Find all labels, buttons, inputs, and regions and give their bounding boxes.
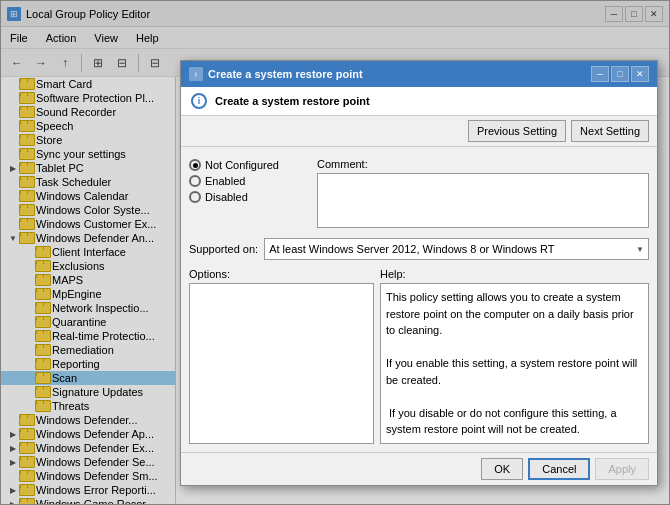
comment-label: Comment:	[317, 155, 649, 170]
help-label: Help:	[380, 268, 649, 280]
apply-button[interactable]: Apply	[595, 458, 649, 480]
dialog: i Create a system restore point ─ □ ✕ i …	[180, 60, 658, 486]
radio-disabled-input[interactable]	[189, 191, 201, 203]
dialog-title-text: Create a system restore point	[208, 68, 363, 80]
dialog-window-controls: ─ □ ✕	[591, 66, 649, 82]
help-column: Help: This policy setting allows you to …	[380, 268, 649, 444]
next-setting-button[interactable]: Next Setting	[571, 120, 649, 142]
help-text-area: This policy setting allows you to create…	[380, 283, 649, 444]
radio-comment-row: Not Configured Enabled Disabled Comment:	[189, 155, 649, 230]
options-help-row: Options: Help: This policy setting allow…	[189, 268, 649, 444]
comment-container	[317, 173, 649, 230]
comment-textarea[interactable]	[317, 173, 649, 228]
dialog-maximize[interactable]: □	[611, 66, 629, 82]
dialog-icon: i	[189, 67, 203, 81]
radio-enabled-label: Enabled	[205, 175, 245, 187]
dialog-header-icon: i	[191, 93, 207, 109]
help-text: This policy setting allows you to create…	[386, 291, 640, 435]
options-column: Options:	[189, 268, 374, 444]
radio-disabled[interactable]: Disabled	[189, 191, 309, 203]
dialog-close[interactable]: ✕	[631, 66, 649, 82]
radio-not-configured-input[interactable]	[189, 159, 201, 171]
radio-not-configured-label: Not Configured	[205, 159, 279, 171]
radio-enabled-input[interactable]	[189, 175, 201, 187]
radio-not-configured[interactable]: Not Configured	[189, 159, 309, 171]
modal-overlay: i Create a system restore point ─ □ ✕ i …	[0, 0, 670, 505]
dialog-nav: Previous Setting Next Setting	[181, 116, 657, 147]
supported-dropdown[interactable]: At least Windows Server 2012, Windows 8 …	[264, 238, 649, 260]
dropdown-arrow-icon: ▼	[636, 245, 644, 254]
supported-label: Supported on:	[189, 243, 258, 255]
supported-section: Supported on: At least Windows Server 20…	[189, 238, 649, 260]
radio-group: Not Configured Enabled Disabled	[189, 155, 309, 207]
dialog-header-title: Create a system restore point	[215, 95, 370, 107]
dialog-body: Not Configured Enabled Disabled Comment:	[181, 147, 657, 452]
dialog-header: i Create a system restore point	[181, 87, 657, 116]
dialog-footer: OK Cancel Apply	[181, 452, 657, 485]
comment-section: Comment:	[317, 155, 649, 230]
ok-button[interactable]: OK	[481, 458, 523, 480]
dialog-minimize[interactable]: ─	[591, 66, 609, 82]
dialog-title-left: i Create a system restore point	[189, 67, 363, 81]
supported-value: At least Windows Server 2012, Windows 8 …	[269, 243, 554, 255]
options-area	[189, 283, 374, 444]
cancel-button[interactable]: Cancel	[528, 458, 590, 480]
prev-setting-button[interactable]: Previous Setting	[468, 120, 566, 142]
options-label: Options:	[189, 268, 374, 280]
radio-disabled-label: Disabled	[205, 191, 248, 203]
radio-enabled[interactable]: Enabled	[189, 175, 309, 187]
dialog-title-bar: i Create a system restore point ─ □ ✕	[181, 61, 657, 87]
